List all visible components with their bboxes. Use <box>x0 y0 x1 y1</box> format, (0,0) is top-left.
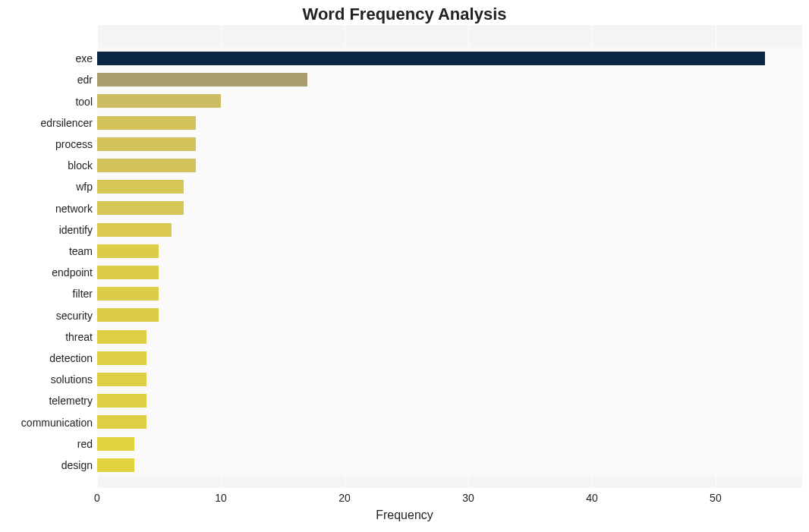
bar-row <box>97 134 802 155</box>
chart-title: Word Frequency Analysis <box>0 5 809 24</box>
x-tick-label: 50 <box>710 492 722 504</box>
bar-row-bg <box>97 155 802 176</box>
y-tick-label: red <box>2 433 93 455</box>
bar-row <box>97 369 802 390</box>
bar-row <box>97 241 802 262</box>
bar-row-bg <box>97 241 802 262</box>
y-tick-label: tool <box>2 91 93 112</box>
y-tick-label: communication <box>2 412 93 433</box>
bar <box>97 223 172 237</box>
y-tick-label: identify <box>2 219 93 241</box>
bar-row <box>97 219 802 241</box>
y-tick-label: telemetry <box>2 390 93 411</box>
bar <box>97 73 307 87</box>
bar-row-bg <box>97 283 802 304</box>
y-tick-label: detection <box>2 348 93 369</box>
y-tick-label: solutions <box>2 369 93 390</box>
bar-row <box>97 262 802 283</box>
bar <box>97 94 221 108</box>
chart-container: Word Frequency Analysis Frequency 010203… <box>0 0 809 532</box>
bar <box>97 266 159 279</box>
y-tick-label: network <box>2 198 93 219</box>
bar-row <box>97 455 802 476</box>
bar-row <box>97 69 802 90</box>
bar-row-bg <box>97 369 802 390</box>
bar-row-bg <box>97 219 802 241</box>
bar-row <box>97 304 802 326</box>
bar-row-bg <box>97 304 802 326</box>
bar-row <box>97 411 802 433</box>
y-tick-label: wfp <box>2 176 93 197</box>
y-tick-label: edr <box>2 69 93 90</box>
bar-row <box>97 433 802 455</box>
bar-row-bg <box>97 433 802 455</box>
bar-row <box>97 390 802 411</box>
y-tick-label: edrsilencer <box>2 112 93 134</box>
bar <box>97 373 146 386</box>
x-axis-label: Frequency <box>0 508 809 522</box>
bar-row <box>97 326 802 348</box>
bar-row <box>97 48 802 69</box>
bar <box>97 330 146 344</box>
bar-row-bg <box>97 176 802 197</box>
bar <box>97 52 765 65</box>
y-tick-label: endpoint <box>2 262 93 283</box>
bar-row-bg <box>97 262 802 283</box>
y-tick-label: filter <box>2 283 93 304</box>
bar-row-bg <box>97 197 802 219</box>
bar-row-bg <box>97 390 802 411</box>
bar-row-bg <box>97 411 802 433</box>
bar-row-bg <box>97 134 802 155</box>
bar-row <box>97 155 802 176</box>
bar-row <box>97 348 802 369</box>
x-tick-label: 30 <box>462 492 474 504</box>
bar <box>97 201 184 215</box>
bar-row-bg <box>97 348 802 369</box>
bar <box>97 458 134 472</box>
bar <box>97 437 134 451</box>
bar <box>97 287 159 301</box>
bar <box>97 180 184 194</box>
bar-row <box>97 112 802 134</box>
plot-area <box>97 25 802 488</box>
y-tick-label: block <box>2 155 93 176</box>
bar-row <box>97 90 802 112</box>
bar <box>97 137 196 151</box>
y-tick-label: threat <box>2 326 93 348</box>
y-tick-label: process <box>2 134 93 155</box>
x-tick-label: 0 <box>94 492 100 504</box>
bar-row <box>97 197 802 219</box>
bar <box>97 415 146 429</box>
bar <box>97 159 196 172</box>
y-tick-label: exe <box>2 48 93 69</box>
bar-row-bg <box>97 455 802 476</box>
bar-row-bg <box>97 112 802 134</box>
bar <box>97 351 146 365</box>
y-tick-label: security <box>2 305 93 326</box>
bar-row-bg <box>97 326 802 348</box>
bar <box>97 394 146 408</box>
bar <box>97 244 159 258</box>
bar <box>97 116 196 130</box>
bar <box>97 308 159 322</box>
x-tick-label: 10 <box>215 492 227 504</box>
bar-row <box>97 176 802 197</box>
y-tick-label: team <box>2 241 93 262</box>
x-tick-label: 40 <box>586 492 598 504</box>
y-tick-label: design <box>2 455 93 476</box>
x-tick-label: 20 <box>338 492 351 504</box>
bar-row <box>97 283 802 304</box>
